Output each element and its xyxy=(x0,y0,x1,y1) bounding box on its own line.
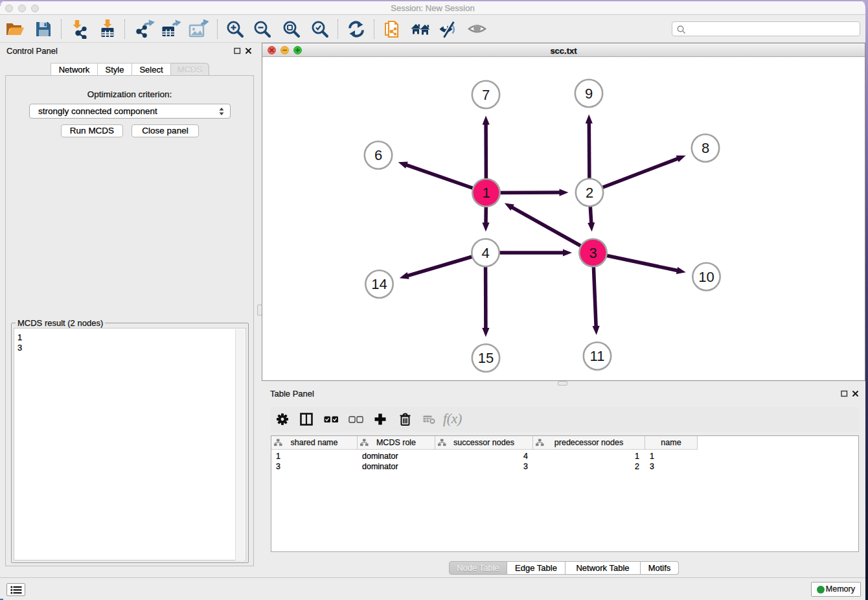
svg-text:9: 9 xyxy=(585,86,593,102)
svg-text:6: 6 xyxy=(374,147,382,163)
svg-text:15: 15 xyxy=(478,350,494,366)
svg-text:7: 7 xyxy=(482,87,490,103)
svg-text:14: 14 xyxy=(371,276,387,292)
svg-text:10: 10 xyxy=(698,269,714,285)
svg-text:3: 3 xyxy=(589,245,597,261)
svg-text:2: 2 xyxy=(586,185,593,201)
svg-text:4: 4 xyxy=(481,245,489,261)
svg-text:11: 11 xyxy=(590,348,605,364)
svg-text:8: 8 xyxy=(702,140,709,156)
svg-text:1: 1 xyxy=(482,185,490,201)
